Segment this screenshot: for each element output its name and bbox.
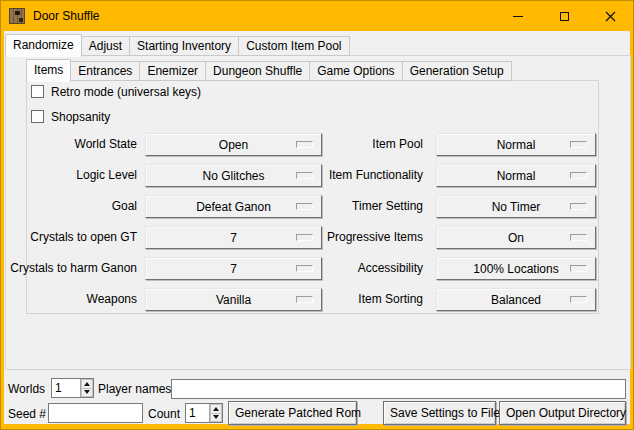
maximize-icon bbox=[560, 12, 569, 21]
count-spin-buttons bbox=[209, 404, 222, 422]
weapons-value: Vanilla bbox=[216, 293, 251, 307]
tab-entrances[interactable]: Entrances bbox=[70, 61, 140, 81]
shopsanity-label: Shopsanity bbox=[51, 110, 110, 124]
dropdown-indicator-icon bbox=[296, 265, 313, 272]
window: Door Shuffle Randomize Adjust Starting I… bbox=[0, 0, 634, 430]
progressive-items-label: Progressive Items bbox=[327, 226, 423, 249]
item-sorting-label: Item Sorting bbox=[358, 288, 423, 311]
tab-dungeon-shuffle[interactable]: Dungeon Shuffle bbox=[205, 61, 310, 81]
worlds-spin-buttons bbox=[80, 379, 93, 397]
tab-adjust[interactable]: Adjust bbox=[81, 36, 130, 56]
item-pool-dropdown[interactable]: Normal bbox=[436, 133, 596, 156]
item-pool-value: Normal bbox=[497, 138, 536, 152]
world-state-dropdown[interactable]: Open bbox=[145, 133, 322, 156]
accessibility-value: 100% Locations bbox=[473, 262, 558, 276]
dropdown-indicator-icon bbox=[570, 296, 587, 303]
worlds-spinner[interactable] bbox=[51, 378, 94, 398]
logic-level-label: Logic Level bbox=[76, 164, 137, 187]
open-output-directory-button[interactable]: Open Output Directory bbox=[499, 401, 626, 425]
tab-starting-inventory[interactable]: Starting Inventory bbox=[129, 36, 239, 56]
crystals-ganon-value: 7 bbox=[230, 262, 237, 276]
tab-items[interactable]: Items bbox=[26, 59, 71, 82]
world-state-value: Open bbox=[219, 138, 248, 152]
logic-level-value: No Glitches bbox=[202, 169, 264, 183]
accessibility-dropdown[interactable]: 100% Locations bbox=[436, 257, 596, 280]
worlds-input[interactable] bbox=[52, 379, 80, 397]
minimize-button[interactable] bbox=[495, 1, 541, 31]
dropdown-indicator-icon bbox=[570, 234, 587, 241]
dropdown-indicator-icon bbox=[296, 172, 313, 179]
tab-game-options[interactable]: Game Options bbox=[309, 61, 402, 81]
dropdown-indicator-icon bbox=[296, 234, 313, 241]
titlebar[interactable]: Door Shuffle bbox=[1, 1, 633, 31]
generate-patched-rom-button[interactable]: Generate Patched Rom bbox=[228, 401, 357, 425]
player-names-label: Player names bbox=[98, 382, 171, 396]
tab-enemizer[interactable]: Enemizer bbox=[139, 61, 206, 81]
weapons-dropdown[interactable]: Vanilla bbox=[145, 288, 322, 311]
crystals-gt-dropdown[interactable]: 7 bbox=[145, 226, 322, 249]
item-sorting-value: Balanced bbox=[491, 293, 541, 307]
dropdown-indicator-icon bbox=[570, 265, 587, 272]
count-label: Count bbox=[148, 407, 180, 421]
tab-generation-setup[interactable]: Generation Setup bbox=[402, 61, 512, 81]
progressive-items-value: On bbox=[508, 231, 524, 245]
item-sorting-dropdown[interactable]: Balanced bbox=[436, 288, 596, 311]
accessibility-label: Accessibility bbox=[358, 257, 423, 280]
count-spinner[interactable] bbox=[185, 403, 223, 423]
worlds-label: Worlds bbox=[8, 382, 45, 396]
dropdown-indicator-icon bbox=[296, 141, 313, 148]
save-settings-button[interactable]: Save Settings to File bbox=[383, 401, 496, 425]
tab-randomize[interactable]: Randomize bbox=[5, 34, 82, 57]
dropdown-indicator-icon bbox=[296, 203, 313, 210]
crystals-gt-value: 7 bbox=[230, 231, 237, 245]
spin-down-icon[interactable] bbox=[210, 414, 222, 423]
goal-label: Goal bbox=[112, 195, 137, 218]
maximize-button[interactable] bbox=[541, 1, 587, 31]
timer-setting-value: No Timer bbox=[492, 200, 541, 214]
item-functionality-dropdown[interactable]: Normal bbox=[436, 164, 596, 187]
progressive-items-dropdown[interactable]: On bbox=[436, 226, 596, 249]
goal-value: Defeat Ganon bbox=[196, 200, 271, 214]
spin-up-icon[interactable] bbox=[81, 379, 93, 389]
world-state-label: World State bbox=[75, 133, 137, 156]
goal-dropdown[interactable]: Defeat Ganon bbox=[145, 195, 322, 218]
player-names-input[interactable] bbox=[171, 379, 626, 399]
crystals-ganon-label: Crystals to harm Ganon bbox=[10, 257, 137, 280]
close-icon bbox=[605, 11, 616, 22]
minimize-icon bbox=[513, 16, 523, 17]
spin-down-icon[interactable] bbox=[81, 389, 93, 398]
timer-setting-label: Timer Setting bbox=[352, 195, 423, 218]
timer-setting-dropdown[interactable]: No Timer bbox=[436, 195, 596, 218]
logic-level-dropdown[interactable]: No Glitches bbox=[145, 164, 322, 187]
item-functionality-label: Item Functionality bbox=[329, 164, 423, 187]
count-input[interactable] bbox=[186, 404, 209, 422]
retro-mode-checkbox[interactable] bbox=[31, 85, 44, 98]
item-functionality-value: Normal bbox=[497, 169, 536, 183]
spin-up-icon[interactable] bbox=[210, 404, 222, 414]
shopsanity-checkbox[interactable] bbox=[31, 110, 44, 123]
retro-mode-label: Retro mode (universal keys) bbox=[51, 85, 201, 99]
close-button[interactable] bbox=[587, 1, 633, 31]
crystals-gt-label: Crystals to open GT bbox=[30, 226, 137, 249]
seed-label: Seed # bbox=[8, 407, 46, 421]
main-tab-bar: Randomize Adjust Starting Inventory Cust… bbox=[5, 33, 350, 56]
dropdown-indicator-icon bbox=[570, 172, 587, 179]
item-pool-label: Item Pool bbox=[372, 133, 423, 156]
seed-input[interactable] bbox=[48, 403, 143, 423]
window-title: Door Shuffle bbox=[33, 1, 100, 31]
dropdown-indicator-icon bbox=[296, 296, 313, 303]
sub-tab-bar: Items Entrances Enemizer Dungeon Shuffle… bbox=[26, 58, 512, 81]
dropdown-indicator-icon bbox=[570, 141, 587, 148]
weapons-label: Weapons bbox=[87, 288, 137, 311]
door-icon bbox=[9, 8, 25, 24]
crystals-ganon-dropdown[interactable]: 7 bbox=[145, 257, 322, 280]
tab-custom-item-pool[interactable]: Custom Item Pool bbox=[238, 36, 349, 56]
dropdown-indicator-icon bbox=[570, 203, 587, 210]
